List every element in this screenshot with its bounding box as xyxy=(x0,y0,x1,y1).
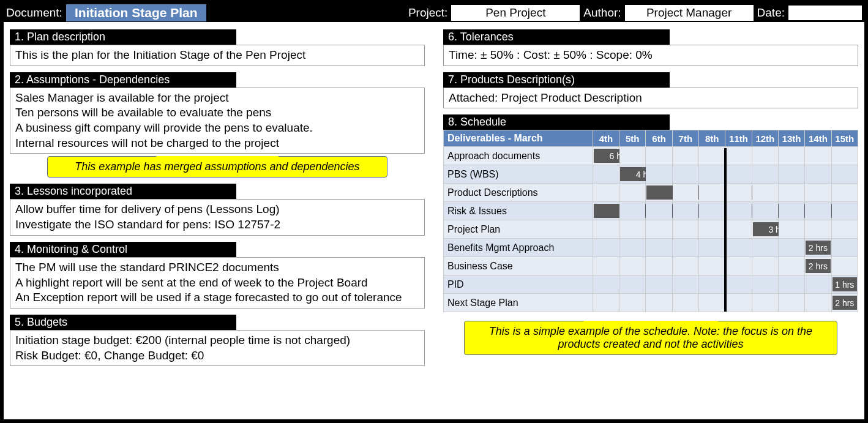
gantt-cell xyxy=(699,239,725,257)
gantt-cell xyxy=(619,220,646,239)
author-value[interactable]: Project Manager xyxy=(625,5,754,21)
gantt-cell xyxy=(752,275,778,294)
body-line: Ten persons will be available to evaluat… xyxy=(15,105,419,121)
gantt-cell xyxy=(725,202,752,220)
gantt-day: 15th xyxy=(831,130,858,147)
gantt-row: Product Descriptions8 hrs xyxy=(444,184,858,202)
section-head: 2. Assumptions - Dependencies xyxy=(10,72,236,88)
gantt-day: 5th xyxy=(619,130,646,147)
section-body: This is the plan for the Initiation Stag… xyxy=(10,45,425,66)
gantt-cell xyxy=(778,275,804,294)
section-head: 4. Monitoring & Control xyxy=(10,242,236,257)
body-line: This is the plan for the Initiation Stag… xyxy=(15,48,419,63)
body-line: Investigate the ISO standard for pens: I… xyxy=(15,217,419,233)
gantt-row-label: PBS (WBS) xyxy=(444,165,593,184)
section-products: 7. Products Description(s) Attached: Pro… xyxy=(443,72,858,109)
gantt-cell xyxy=(646,257,672,275)
gantt-cell xyxy=(805,147,831,165)
gantt-cell xyxy=(752,165,778,184)
section-body: Initiation stage budget: €200 (internal … xyxy=(10,330,425,366)
gantt-cell: 1 hrs xyxy=(831,275,858,294)
gantt-cell: 8 hrs xyxy=(646,184,672,202)
gantt-cell xyxy=(725,275,752,294)
document-label: Document: xyxy=(6,6,62,20)
metadata-bar: Document: Initiation Stage Plan Project:… xyxy=(4,4,864,22)
gantt-cell xyxy=(593,257,619,275)
gantt-row: PBS (WBS)4 hrs xyxy=(444,165,858,184)
date-value[interactable] xyxy=(788,6,862,20)
gantt-col-head: Deliverables - March xyxy=(444,130,593,147)
gantt-cell xyxy=(805,184,831,202)
gantt-cell xyxy=(831,165,858,184)
gantt-cell xyxy=(593,275,619,294)
gantt-cell xyxy=(672,165,698,184)
gantt-day: 12th xyxy=(752,130,778,147)
gantt-day: 7th xyxy=(672,130,698,147)
document-sheet: Document: Initiation Stage Plan Project:… xyxy=(4,4,864,419)
gantt-day: 6th xyxy=(646,130,672,147)
gantt-cell xyxy=(672,257,698,275)
gantt-cell xyxy=(619,275,646,294)
section-head: 7. Products Description(s) xyxy=(443,72,670,88)
section-lessons: 3. Lessons incorporated Allow buffer tim… xyxy=(10,184,425,235)
gantt-cell xyxy=(619,202,646,220)
gantt-cell: 2 hrs xyxy=(831,294,858,312)
gantt-cell xyxy=(831,239,858,257)
project-value[interactable]: Pen Project xyxy=(451,5,580,21)
gantt-cell xyxy=(672,147,698,165)
gantt-cell xyxy=(699,220,725,239)
gantt-cell xyxy=(699,294,725,312)
gantt-day: 8th xyxy=(699,130,725,147)
gantt-cell: 4 hrs xyxy=(593,202,619,220)
gantt-cell xyxy=(752,257,778,275)
date-label: Date: xyxy=(757,6,785,20)
gantt-cell xyxy=(778,257,804,275)
gantt-wrap: Deliverables - March 4th 5th 6th 7th 8th… xyxy=(443,130,858,312)
section-body: Time: ± 50% : Cost: ± 50% : Scope: 0% xyxy=(443,45,858,66)
gantt-cell xyxy=(831,220,858,239)
body-line: An Exception report will be used if a st… xyxy=(15,290,419,305)
gantt-cell xyxy=(725,257,752,275)
gantt-row-label: Next Stage Plan xyxy=(444,294,593,312)
gantt-cell xyxy=(752,184,778,202)
gantt-cell xyxy=(699,165,725,184)
body-line: Time: ± 50% : Cost: ± 50% : Scope: 0% xyxy=(449,48,853,63)
gantt-cell xyxy=(619,147,646,165)
section-monitoring: 4. Monitoring & Control The PM will use … xyxy=(10,242,425,309)
gantt-row-label: Risk & Issues xyxy=(444,202,593,220)
gantt-cell xyxy=(699,257,725,275)
gantt-cell xyxy=(831,257,858,275)
gantt-cell xyxy=(778,220,804,239)
author-label: Author: xyxy=(583,6,621,20)
gantt-cell xyxy=(646,275,672,294)
gantt-cell xyxy=(831,147,858,165)
gantt-cell xyxy=(778,184,804,202)
gantt-cell xyxy=(805,165,831,184)
gantt-row: Risk & Issues4 hrs xyxy=(444,202,858,220)
gantt-cell xyxy=(725,294,752,312)
gantt-cell xyxy=(752,239,778,257)
gantt-row-label: PID xyxy=(444,275,593,294)
gantt-cell xyxy=(593,184,619,202)
gantt-cell xyxy=(805,220,831,239)
gantt-cell xyxy=(619,239,646,257)
gantt-row: Approach documents6 hrs xyxy=(444,147,858,165)
gantt-cell xyxy=(619,184,646,202)
body-line: Internal resources will not be charged t… xyxy=(15,136,419,151)
gantt-row: PID1 hrs xyxy=(444,275,858,294)
gantt-bar: 2 hrs xyxy=(806,241,830,255)
section-plan-description: 1. Plan description This is the plan for… xyxy=(10,29,425,66)
body-line: A highlight report will be sent at the e… xyxy=(15,275,419,291)
section-head: 3. Lessons incorporated xyxy=(10,184,236,199)
body-line: Attached: Project Product Description xyxy=(449,91,853,106)
gantt-cell xyxy=(619,294,646,312)
section-tolerances: 6. Tolerances Time: ± 50% : Cost: ± 50% … xyxy=(443,29,858,66)
gantt-cell xyxy=(752,147,778,165)
gantt-row-label: Business Case xyxy=(444,257,593,275)
gantt-cell xyxy=(672,184,698,202)
today-marker xyxy=(724,148,727,312)
gantt-cell xyxy=(593,220,619,239)
gantt-cell xyxy=(646,165,672,184)
gantt-cell xyxy=(699,184,725,202)
gantt-cell: 6 hrs xyxy=(593,147,619,165)
